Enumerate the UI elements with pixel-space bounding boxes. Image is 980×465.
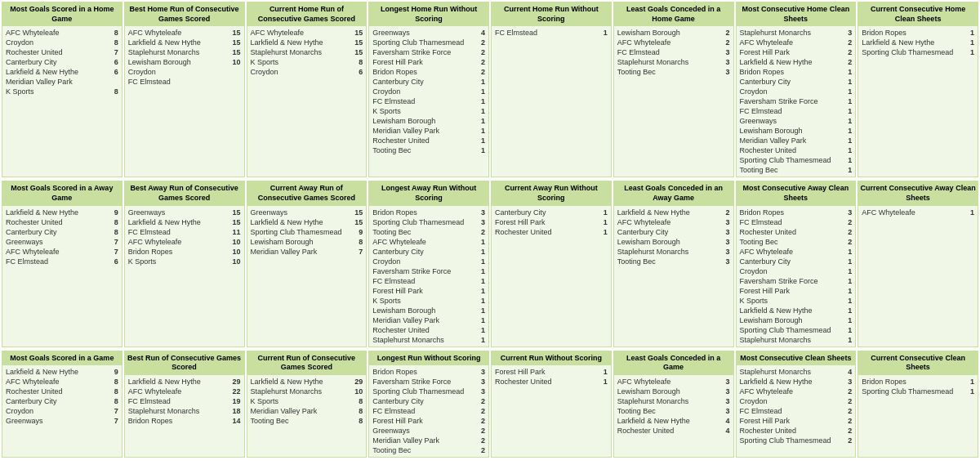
stat-value: 1 (970, 208, 974, 217)
stat-value: 1 (481, 336, 485, 344)
team-name: Lewisham Borough (128, 58, 191, 66)
stat-value: 15 (232, 29, 240, 37)
least-goals-conceded-game-header: Least Goals Conceded in a Game (614, 351, 733, 375)
table-row: Canterbury City8 (4, 396, 120, 406)
main-grid: Most Goals Scored in a Home GameAFC Whyt… (0, 0, 980, 459)
table-row: Bridon Ropes10 (127, 247, 243, 257)
stat-value: 8 (114, 228, 118, 236)
stat-value: 2 (848, 387, 852, 396)
team-name: Tooting Bec (740, 166, 778, 174)
team-name: AFC Whyteleafe (128, 387, 182, 396)
table-row: Canterbury City3 (616, 227, 732, 237)
stat-value: 1 (848, 166, 852, 174)
table-row: Croydon (127, 67, 243, 77)
table-row: Staplehurst Monarchs3 (738, 28, 854, 38)
table-row: Croydon7 (4, 406, 120, 416)
team-name: AFC Whyteleafe (128, 29, 182, 37)
stat-value: 6 (359, 68, 363, 76)
stat-value: 1 (604, 29, 608, 37)
stat-value: 10 (232, 238, 240, 246)
stat-value: 3 (725, 378, 729, 386)
table-row: Staplehurst Monarchs3 (616, 396, 732, 406)
stat-value: 3 (725, 218, 729, 226)
stat-value: 2 (481, 407, 485, 415)
stat-value: 3 (725, 248, 729, 256)
team-name: Forest Hill Park (372, 287, 423, 295)
team-name: Larkfield & New Hythe (617, 417, 690, 425)
least-goals-conceded-away-header: Least Goals Conceded in an Away Game (614, 181, 733, 205)
table-row: K Sports10 (127, 257, 243, 266)
stat-value: 15 (354, 38, 363, 47)
table-row: Larkfield & New Hythe9 (4, 208, 120, 217)
stat-value: 2 (848, 238, 852, 246)
current-home-run-consecutive-body: AFC Whyteleafe15Larkfield & New Hythe15S… (247, 26, 367, 78)
table-row: AFC Whyteleafe3 (616, 377, 732, 387)
table-row: Croydon8 (4, 38, 120, 47)
team-name: Croydon (6, 38, 33, 47)
table-row: Forest Hill Park1 (371, 286, 487, 296)
longest-home-run-without-scoring: Longest Home Run Without ScoringGreenway… (368, 2, 489, 177)
stat-value: 3 (725, 68, 729, 76)
stat-value: 1 (848, 297, 852, 305)
stat-value: 6 (114, 257, 118, 266)
most-consecutive-home-clean-sheets: Most Consecutive Home Clean SheetsStaple… (736, 2, 857, 177)
stat-value: 3 (481, 378, 485, 386)
current-away-run-without-scoring-header: Current Away Run Without Scoring (492, 181, 611, 205)
team-name: Sporting Club Thamesmead (372, 38, 464, 47)
best-away-run-consecutive-body: Greenways15Larkfield & New Hythe15FC Elm… (125, 206, 244, 268)
stat-value: 22 (232, 387, 240, 396)
table-row: Tooting Bec2 (371, 445, 487, 455)
table-row: Staplehurst Monarchs10 (249, 387, 365, 396)
team-name: Forest Hill Park (740, 287, 791, 295)
team-name: Forest Hill Park (495, 218, 546, 226)
team-name: Croydon (372, 87, 400, 96)
table-row: AFC Whyteleafe10 (127, 237, 243, 247)
table-row: Rochester United2 (738, 227, 854, 237)
table-row: Rochester United8 (4, 387, 120, 396)
team-name: Faversham Strike Force (740, 277, 818, 285)
stat-value: 3 (848, 378, 852, 386)
team-name: Sporting Club Thamesmead (740, 436, 831, 445)
stat-value: 29 (232, 378, 240, 386)
most-goals-away-game: Most Goals Scored in a Away GameLarkfiel… (2, 181, 122, 347)
stat-value: 4 (725, 417, 729, 425)
team-name: Croydon (128, 68, 156, 76)
stat-value: 29 (354, 378, 363, 386)
least-goals-conceded-away: Least Goals Conceded in an Away GameLark… (613, 181, 734, 347)
table-row: K Sports8 (249, 396, 365, 406)
table-row: Croydon1 (371, 87, 487, 96)
team-name: Rochester United (6, 387, 63, 396)
team-name: AFC Whyteleafe (128, 238, 182, 246)
team-name: Croydon (740, 267, 768, 275)
stat-value: 1 (481, 287, 485, 295)
table-row: Meridian Valley Park1 (738, 136, 854, 145)
team-name: Staplehurst Monarchs (251, 387, 323, 396)
team-name: Canterbury City (617, 228, 669, 236)
stat-value: 1 (481, 127, 485, 135)
stat-value: 19 (232, 397, 240, 405)
least-goals-conceded-game: Least Goals Conceded in a GameAFC Whytel… (613, 351, 734, 458)
table-row: Greenways15 (249, 208, 365, 217)
team-name: Bridon Ropes (862, 378, 906, 386)
table-row: Sporting Club Thamesmead3 (371, 387, 487, 396)
table-row: Bridon Ropes1 (738, 67, 854, 77)
table-row: Rochester United1 (738, 145, 854, 155)
current-consecutive-home-clean-sheets-body: Bridon Ropes1Larkfield & New Hythe1Sport… (858, 26, 978, 59)
current-home-run-without-scoring-header: Current Home Run Without Scoring (492, 2, 611, 26)
stat-value: 1 (604, 208, 608, 217)
stat-value: 3 (481, 208, 485, 217)
table-row: FC Elmstead2 (738, 406, 854, 416)
team-name: Tooting Bec (372, 446, 411, 454)
table-row: Larkfield & New Hythe4 (616, 416, 732, 426)
table-row: Bridon Ropes2 (371, 67, 487, 77)
table-row: Rochester United7 (4, 47, 120, 57)
stat-value: 3 (725, 407, 729, 415)
table-row: Lewisham Borough1 (371, 306, 487, 315)
current-run-without-scoring-header: Current Run Without Scoring (492, 351, 611, 366)
stat-value: 8 (114, 218, 118, 226)
current-away-run-without-scoring: Current Away Run Without ScoringCanterbu… (491, 181, 612, 347)
table-row: FC Elmstead1 (371, 96, 487, 106)
team-name: Bridon Ropes (128, 417, 173, 425)
stat-value: 1 (848, 316, 852, 324)
team-name: Faversham Strike Force (372, 267, 451, 275)
